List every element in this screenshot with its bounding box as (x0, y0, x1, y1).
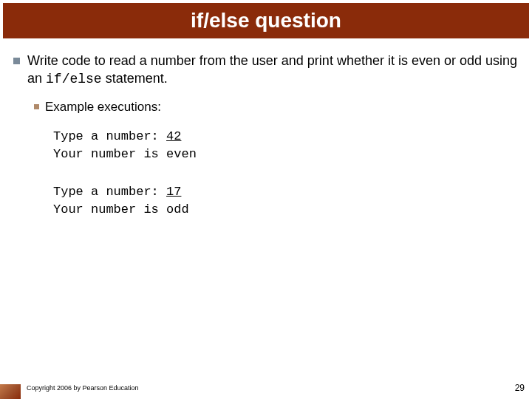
example-line: Your number is even (53, 146, 519, 164)
example-line: Type a number: 17 (53, 183, 519, 202)
copyright-text: Copyright 2006 by Pearson Education (27, 384, 139, 392)
example-1: Type a number: 42 Your number is even (53, 128, 519, 164)
bullet-text: Example executions: (45, 99, 161, 116)
example-line: Your number is odd (53, 201, 519, 219)
user-input: 17 (166, 185, 181, 199)
bullet-level2: Example executions: (34, 99, 519, 116)
slide-body: Write code to read a number from the use… (0, 38, 532, 219)
bullet-text: Write code to read a number from the use… (27, 52, 519, 89)
corner-decoration (0, 384, 21, 399)
prompt-text: Type a number: (53, 185, 166, 199)
text-run: statement. (102, 71, 168, 86)
bullet-icon (13, 58, 20, 64)
example-block: Type a number: 42 Your number is even Ty… (53, 128, 519, 220)
user-input: 42 (166, 129, 181, 143)
page-number: 29 (515, 383, 525, 393)
bullet-level1: Write code to read a number from the use… (13, 52, 519, 89)
example-line: Type a number: 42 (53, 128, 519, 146)
slide-title: if/else question (191, 9, 341, 33)
title-bar: if/else question (3, 3, 529, 38)
prompt-text: Type a number: (53, 129, 166, 143)
bullet-icon (34, 104, 39, 109)
example-2: Type a number: 17 Your number is odd (53, 183, 519, 219)
code-run: if/else (46, 72, 102, 86)
